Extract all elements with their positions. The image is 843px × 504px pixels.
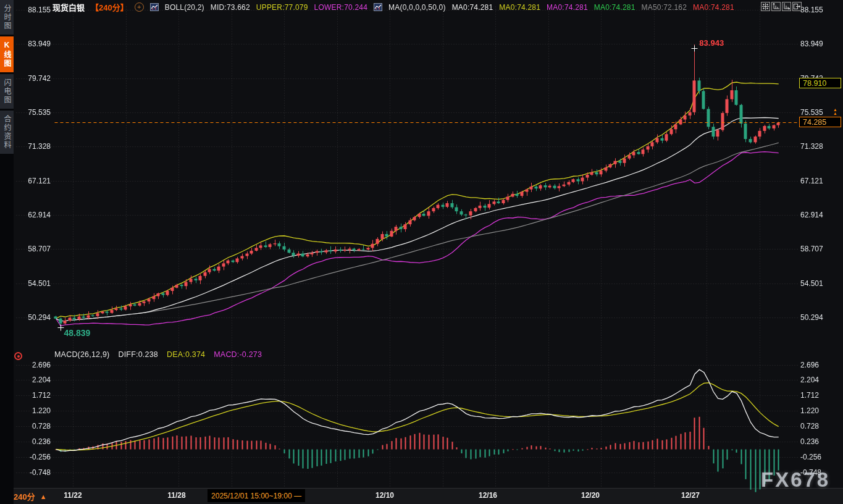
move-icon[interactable]: [761, 2, 770, 11]
mini-chart-icon: [150, 3, 159, 11]
indicator-settings-icon[interactable]: +: [135, 2, 144, 12]
price-axis-label: 58.707: [800, 245, 840, 253]
indicator-readout: MA50:72.162: [642, 3, 687, 12]
tab-kline-chart[interactable]: K线图: [0, 36, 14, 72]
date-axis-label: 11/22: [64, 491, 82, 500]
price-axis-label: 88.155: [15, 6, 51, 14]
price-axis-label: 62.914: [15, 211, 51, 219]
macd-axis-label: -0.256: [800, 453, 840, 461]
macd-header: MACD(26,12,9)DIFF:0.238DEA:0.374MACD:-0.…: [54, 350, 262, 359]
indicator-values-row: +BOLL(20,2)MID:73.662UPPER:77.079LOWER:7…: [135, 2, 734, 12]
mini-chart-icon: [374, 3, 382, 11]
macd-axis-label: 2.696: [800, 361, 840, 369]
macd-axis-label: -0.256: [15, 453, 51, 461]
tab-lightning-chart[interactable]: 闪电图: [0, 74, 14, 109]
price-up-arrows-icon: ▲▲: [833, 108, 837, 116]
period-selector-label[interactable]: 240分: [14, 490, 35, 502]
price-axis-label: 54.501: [800, 279, 840, 288]
indicator-readout: BOLL(20,2): [165, 3, 204, 12]
date-axis-label: 12/20: [581, 491, 600, 500]
price-axis-label: 58.707: [15, 245, 51, 253]
x-axis-scale-icon[interactable]: [782, 2, 791, 11]
indicator-readout: UPPER:77.079: [256, 3, 308, 12]
price-axis-label: 75.535: [15, 108, 51, 117]
macd-axis-label: 1.220: [15, 406, 51, 415]
macd-axis-label: 0.728: [15, 422, 51, 430]
price-axis-label: 50.294: [800, 313, 840, 322]
indicator-readout: MA0:74.281: [693, 3, 734, 12]
macd-axis-label: 0.236: [800, 437, 840, 446]
macd-indicator-icon[interactable]: [14, 352, 22, 360]
sidebar: 分时图K线图闪电图合约资料: [0, 0, 14, 504]
price-axis-label: 54.501: [15, 279, 51, 288]
indicator-readout: MA0:74.281: [594, 3, 635, 12]
y-axis-scale-icon[interactable]: [771, 2, 781, 11]
date-axis-label: 11/28: [167, 491, 185, 500]
detach-window-icon[interactable]: [792, 2, 802, 11]
price-axis-label: 62.914: [800, 211, 840, 219]
macd-readout: DEA:0.374: [167, 350, 205, 359]
period-badge: 【240分】: [91, 1, 128, 13]
indicator-readout: MA0:74.281: [452, 3, 493, 12]
macd-axis-label: 0.236: [15, 437, 51, 446]
high-price-label: 83.943: [699, 38, 724, 48]
date-axis-label: 12/10: [375, 491, 394, 500]
price-axis-label: 71.328: [15, 142, 51, 151]
macd-readout: DIFF:0.238: [118, 350, 158, 359]
boll-upper-price-box: 78.910: [799, 78, 841, 88]
current-price-box: 74.285: [799, 117, 841, 127]
period-selector[interactable]: 240分 ▲: [14, 490, 47, 502]
chart-canvas[interactable]: [0, 0, 843, 504]
indicator-readout: LOWER:70.244: [314, 3, 367, 12]
watermark-logo: FX678: [761, 468, 830, 492]
indicator-readout: MA0:74.281: [499, 3, 540, 12]
price-axis-label: 67.121: [15, 177, 51, 185]
price-axis-label: 88.155: [800, 6, 840, 14]
selected-candle-time-label: 2025/12/01 15:00~19:00 —: [208, 489, 305, 502]
symbol-title: 现货白银: [52, 1, 85, 13]
macd-axis-label: 2.696: [15, 361, 51, 369]
indicator-readout: MID:73.662: [211, 3, 250, 12]
low-price-label: 48.839: [64, 328, 91, 338]
price-axis-label: 79.742: [15, 74, 51, 83]
indicator-readout: MA0:74.281: [547, 3, 588, 12]
macd-axis-label: 0.728: [800, 422, 840, 430]
price-axis-label: 71.328: [800, 142, 840, 151]
period-selector-arrow-icon[interactable]: ▲: [40, 493, 47, 500]
price-axis-label: 83.949: [15, 40, 51, 48]
indicator-header: 现货白银 【240分】 +BOLL(20,2)MID:73.662UPPER:7…: [52, 2, 734, 12]
price-axis-label: 50.294: [15, 313, 51, 322]
macd-axis-label: 2.204: [800, 376, 840, 384]
macd-axis-label: 1.220: [800, 406, 840, 415]
indicator-readout: MA(0,0,0,0,50,0): [388, 3, 446, 12]
macd-axis-label: 1.712: [800, 391, 840, 400]
price-axis-label: 67.121: [800, 177, 840, 185]
chart-toolbar: [761, 2, 802, 11]
price-axis-label: 83.949: [800, 40, 840, 48]
macd-axis-label: -0.748: [15, 468, 51, 477]
tab-contract-info[interactable]: 合约资料: [0, 111, 14, 154]
macd-readout: MACD(26,12,9): [54, 350, 109, 359]
macd-readout: MACD:-0.273: [214, 350, 262, 359]
date-axis-label: 12/16: [479, 491, 497, 500]
date-axis-label: 12/27: [681, 491, 700, 500]
tab-time-chart[interactable]: 分时图: [0, 0, 14, 35]
macd-axis-label: 1.712: [15, 391, 51, 400]
macd-axis-label: 2.204: [15, 376, 51, 384]
